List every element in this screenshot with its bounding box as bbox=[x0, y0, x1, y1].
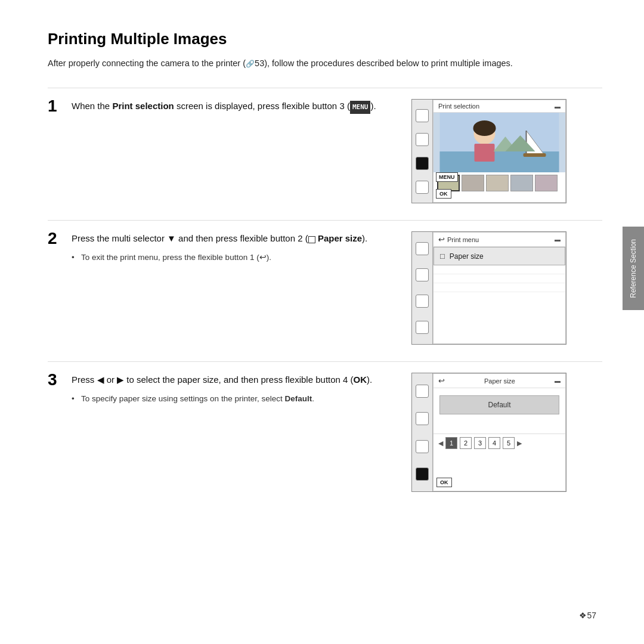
spacer-3 bbox=[434, 422, 565, 434]
ok-overlay-btn: OK bbox=[436, 189, 451, 199]
step-1-content: When the Print selection screen is displ… bbox=[72, 99, 394, 120]
cam-btn-3-1 bbox=[416, 385, 429, 398]
thumb-2 bbox=[462, 175, 484, 191]
cam-btn-1-3 bbox=[416, 157, 429, 170]
camera-mockup-3: ↩ Paper size ▬ Default ◀ 1 2 3 bbox=[411, 373, 566, 492]
step-3-image: ↩ Paper size ▬ Default ◀ 1 2 3 bbox=[411, 373, 566, 492]
reference-tab: Reference Section bbox=[623, 227, 644, 310]
step-3-text: Press ◀ or ▶ to select the paper size, a… bbox=[72, 373, 394, 387]
cam-btn-1-1 bbox=[416, 109, 429, 122]
step-divider-2 bbox=[48, 361, 602, 362]
scene-svg bbox=[434, 113, 565, 172]
svg-point-4 bbox=[473, 120, 496, 136]
cam-btn-3-3 bbox=[416, 440, 429, 453]
pg-num-5: 5 bbox=[503, 437, 515, 449]
thumb-4 bbox=[510, 175, 533, 191]
step-divider-0 bbox=[48, 88, 602, 88]
empty-menu-1 bbox=[434, 265, 565, 274]
step-2-image: ↩ Print menu ▬ □ Paper size bbox=[411, 231, 566, 345]
back-icon-screen: ↩ bbox=[438, 235, 445, 244]
page-container: Printing Multiple Images After properly … bbox=[0, 0, 644, 644]
screen-header-1: Print selection ▬ bbox=[434, 100, 565, 113]
back-label-2: ↩ Print menu bbox=[438, 235, 479, 244]
step-2-text: Press the multi selector ▼ and then pres… bbox=[72, 231, 394, 246]
camera-left-buttons-3 bbox=[412, 373, 433, 491]
cam-btn-2-2 bbox=[416, 268, 429, 281]
step-2-row: 2 Press the multi selector ▼ and then pr… bbox=[48, 231, 602, 345]
reference-tab-text: Reference Section bbox=[629, 239, 637, 298]
step-2-number: 2 bbox=[48, 229, 72, 248]
next-arrow: ▶ bbox=[517, 439, 522, 447]
page-title: Printing Multiple Images bbox=[48, 30, 602, 48]
svg-rect-7 bbox=[524, 153, 546, 157]
cam-btn-1-4 bbox=[416, 181, 429, 194]
paper-size-menu-item: □ Paper size bbox=[434, 247, 565, 265]
back-header-3: ↩ bbox=[438, 376, 445, 385]
step-3-row: 3 Press ◀ or ▶ to select the paper size,… bbox=[48, 373, 602, 492]
cam-btn-3-2 bbox=[416, 412, 429, 425]
empty-menu-2 bbox=[434, 274, 565, 283]
cam-btn-3-4 bbox=[416, 467, 429, 481]
camera-mockup-1: Print selection ▬ bbox=[411, 99, 566, 203]
page-footer: ❖57 bbox=[579, 611, 596, 620]
page-number: ❖57 bbox=[579, 611, 596, 620]
empty-menu-3 bbox=[434, 283, 565, 292]
camera-left-buttons-1 bbox=[412, 100, 433, 203]
cam-btn-1-2 bbox=[416, 133, 429, 146]
menu-overlay-btn: MENU bbox=[436, 172, 458, 182]
step-1-number: 1 bbox=[48, 97, 72, 116]
step-1-text: When the Print selection screen is displ… bbox=[72, 99, 394, 114]
intro-text: After properly connecting the camera to … bbox=[48, 57, 566, 70]
pg-num-4: 4 bbox=[488, 437, 500, 449]
step-divider-1 bbox=[48, 220, 602, 221]
step-1-row: 1 When the Print selection screen is dis… bbox=[48, 99, 602, 203]
prev-arrow: ◀ bbox=[438, 439, 443, 447]
screen-title-1: Print selection bbox=[438, 103, 479, 110]
ok-btn-3: OK bbox=[436, 478, 452, 487]
back-icon-2: ↩ bbox=[259, 253, 267, 262]
thumb-3 bbox=[486, 175, 509, 191]
step-3-content: Press ◀ or ▶ to select the paper size, a… bbox=[72, 373, 394, 405]
main-scene bbox=[434, 113, 565, 172]
battery-icon: ▬ bbox=[555, 103, 561, 110]
step-2-content: Press the multi selector ▼ and then pres… bbox=[72, 231, 394, 264]
step-2-bullet: To exit the print menu, press the flexib… bbox=[72, 252, 394, 264]
page-numbers-row: ◀ 1 2 3 4 5 ▶ bbox=[434, 434, 565, 452]
menu-label-1: MENU bbox=[350, 101, 371, 114]
screen-header-2: ↩ Print menu ▬ bbox=[434, 233, 565, 247]
step-1-image: Print selection ▬ bbox=[411, 99, 566, 203]
step-3-number: 3 bbox=[48, 370, 72, 389]
cam-btn-2-1 bbox=[416, 242, 429, 255]
camera-screen-1: Print selection ▬ bbox=[433, 100, 566, 203]
camera-left-buttons-2 bbox=[412, 232, 433, 344]
cam-btn-2-4 bbox=[416, 321, 429, 334]
default-option: Default bbox=[439, 395, 559, 414]
camera-screen-3: ↩ Paper size ▬ Default ◀ 1 2 3 bbox=[433, 373, 566, 491]
pg-num-3: 3 bbox=[474, 437, 486, 449]
pg-num-2: 2 bbox=[460, 437, 472, 449]
step-3-bullet: To specify paper size using settings on … bbox=[72, 393, 394, 405]
back-icon-3: ↩ bbox=[438, 376, 445, 385]
thumb-5 bbox=[535, 175, 558, 191]
screen-header-3: ↩ Paper size ▬ bbox=[434, 374, 565, 388]
pg-num-1: 1 bbox=[445, 437, 457, 449]
battery-icon-2: ▬ bbox=[555, 236, 561, 243]
svg-rect-3 bbox=[475, 144, 495, 162]
battery-icon-3: ▬ bbox=[555, 377, 561, 384]
paper-icon: □ bbox=[440, 252, 445, 261]
cam-btn-2-3 bbox=[416, 295, 429, 308]
camera-screen-2: ↩ Print menu ▬ □ Paper size bbox=[433, 232, 566, 344]
camera-mockup-2: ↩ Print menu ▬ □ Paper size bbox=[411, 231, 566, 345]
